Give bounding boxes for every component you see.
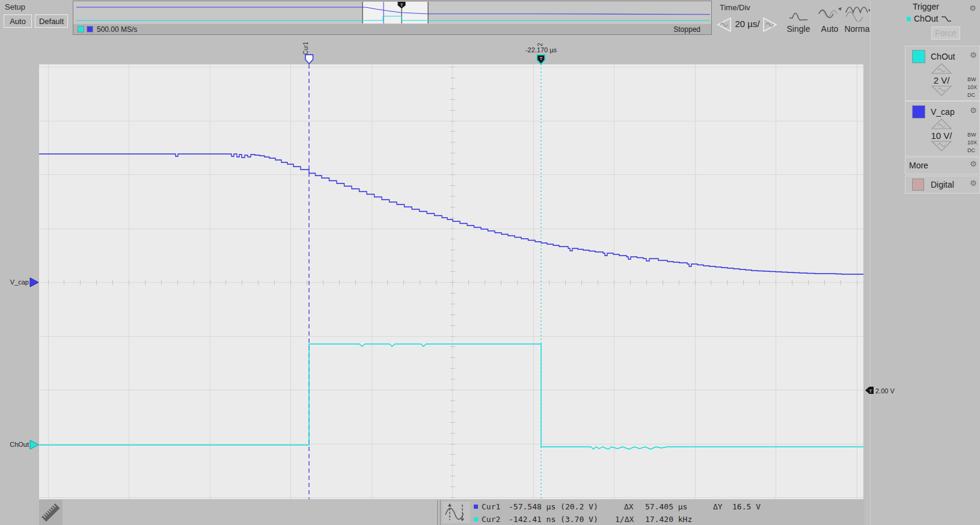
cur1-value: -57.548 µs (20.2 V) <box>509 502 598 511</box>
normal-label: Normal <box>844 24 872 34</box>
acquisition-status: Stopped <box>673 25 700 34</box>
invdx-label: 1/ΔX <box>615 515 634 524</box>
chout-color-swatch <box>78 26 84 32</box>
chout-ground-marker[interactable] <box>29 440 39 450</box>
cursor1-vertical-label: Cur1 <box>302 38 309 55</box>
chout-gear-icon[interactable]: ⚙ <box>970 51 977 59</box>
dy-value: 16.5 V <box>732 502 761 511</box>
dx-label: ΔX <box>624 502 634 511</box>
trigger-level-flag[interactable]: T <box>865 386 874 395</box>
digital-section[interactable]: Digital ⚙ <box>905 176 980 194</box>
plot-area[interactable] <box>39 64 863 499</box>
channel-box-chout: ChOut ⚙ 2 V/ BW 10X DC <box>905 46 980 101</box>
vcap-badge-10x: 10X <box>967 139 977 147</box>
readout-grip[interactable] <box>440 500 441 525</box>
ruler-icon <box>39 500 63 525</box>
vcap-badge-bw: BW <box>967 131 977 139</box>
chout-enable-swatch[interactable] <box>912 50 925 63</box>
trigger-source-label: ChOut <box>914 14 938 23</box>
dy-label: ΔY <box>713 502 723 511</box>
vcap-gear-icon[interactable]: ⚙ <box>970 106 977 114</box>
vcap-badge-dc: DC <box>967 147 977 155</box>
acquisition-overview-strip[interactable]: T <box>73 1 711 24</box>
oscilloscope-app: Setup Auto Default T 500.00 MS/s Stopped… <box>0 0 980 525</box>
auto-button[interactable]: Auto <box>816 6 843 34</box>
single-label: Single <box>783 24 813 34</box>
digital-enable-swatch[interactable] <box>912 179 924 191</box>
cur2-value: -142.41 ns (3.70 V) <box>509 515 598 524</box>
svg-text:T: T <box>400 2 403 8</box>
vcap-scale-up-button[interactable] <box>931 118 952 130</box>
falling-edge-icon <box>940 14 952 23</box>
timebase-label: Time/Div <box>720 3 750 12</box>
svg-text:T: T <box>869 388 872 394</box>
channel-box-vcap: V_cap ⚙ 10 V/ BW 10X DC <box>905 101 980 156</box>
trigger-level-label: 2.00 V <box>875 387 895 395</box>
cursor2-vertical-label: 2 <box>537 38 544 46</box>
trigger-section-title: Trigger <box>913 2 939 11</box>
auto-label: Auto <box>816 24 843 34</box>
cur1-swatch <box>474 505 478 509</box>
chout-name: ChOut <box>931 52 955 61</box>
auto-icon <box>816 6 843 22</box>
timebase-decrease-button[interactable] <box>715 17 732 32</box>
cur1-label: Cur1 <box>482 502 500 511</box>
trigger-force-button[interactable]: Force <box>931 26 960 40</box>
more-section[interactable]: More ⚙ <box>905 157 980 174</box>
digital-gear-icon[interactable]: ⚙ <box>970 179 977 187</box>
vcap-scale-value[interactable]: 10 V/ <box>923 130 960 141</box>
chout-badge-10x: 10X <box>967 84 977 91</box>
trigger-time-flag[interactable]: T <box>536 54 546 65</box>
trigger-position-label: -22.170 µs <box>511 46 571 54</box>
overview-waveform[interactable]: T <box>73 1 711 24</box>
chout-scale-value[interactable]: 2 V/ <box>923 75 960 85</box>
more-label: More <box>909 161 928 170</box>
setup-section-title: Setup <box>5 2 25 11</box>
measure-ruler-button[interactable] <box>39 500 63 525</box>
chout-scale-down-button[interactable] <box>931 85 952 97</box>
chout-badge-bw: BW <box>967 76 977 84</box>
vcap-name: V_cap <box>931 107 955 117</box>
dx-value: 57.405 µs <box>645 502 687 511</box>
single-button[interactable]: Single <box>783 6 813 34</box>
timebase-value[interactable]: 20 µs/ <box>732 19 762 29</box>
digital-label: Digital <box>931 180 954 189</box>
setup-default-button[interactable]: Default <box>35 14 68 28</box>
normal-icon <box>844 6 872 22</box>
vcap-scale-down-button[interactable] <box>931 140 952 152</box>
cursor1-flag[interactable] <box>305 54 314 64</box>
trigger-source-row[interactable]: ChOut <box>907 14 952 23</box>
single-icon <box>783 6 813 22</box>
setup-auto-button[interactable]: Auto <box>4 14 32 28</box>
vcap-ground-marker[interactable] <box>29 277 39 287</box>
chout-ground-label: ChOut <box>0 441 29 448</box>
invdx-value: 17.420 kHz <box>645 515 692 524</box>
cursors-tool-button[interactable] <box>443 502 470 523</box>
more-gear-icon[interactable]: ⚙ <box>970 160 977 168</box>
cursor-readout-bar: Cur1 -57.548 µs (20.2 V) Cur2 -142.41 ns… <box>437 500 865 525</box>
vcap-enable-swatch[interactable] <box>912 105 925 118</box>
svg-text:T: T <box>540 56 543 61</box>
acquisition-status-band: 500.00 MS/s Stopped <box>73 24 711 34</box>
waveform-plot[interactable] <box>39 64 863 499</box>
cur2-swatch <box>474 517 478 521</box>
cursors-icon <box>443 502 470 523</box>
timebase-increase-button[interactable] <box>762 17 779 32</box>
vcap-color-swatch <box>87 26 93 32</box>
trigger-source-color <box>907 17 911 21</box>
vcap-ground-label: V_cap <box>0 278 29 286</box>
normal-button[interactable]: Normal <box>844 6 872 34</box>
trigger-gear-icon[interactable]: ⚙ <box>969 4 976 12</box>
sample-rate-label: 500.00 MS/s <box>97 25 137 34</box>
cur2-label: Cur2 <box>482 515 500 524</box>
chout-badge-dc: DC <box>967 91 977 99</box>
chout-scale-up-button[interactable] <box>931 63 952 75</box>
